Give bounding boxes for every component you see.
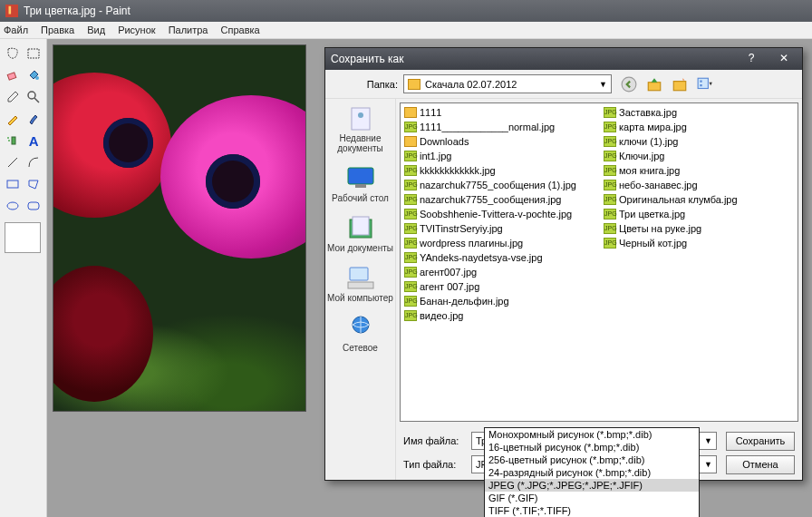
menu-image[interactable]: Рисунок [118, 24, 156, 35]
polygon-tool[interactable] [24, 174, 44, 194]
svg-rect-15 [648, 82, 661, 90]
file-list[interactable]: 1111JPG1111____________normal.jpgDownloa… [400, 102, 798, 422]
jpg-icon: JPG [404, 165, 417, 176]
fill-tool[interactable] [24, 65, 44, 85]
svg-rect-0 [5, 5, 18, 17]
menu-view[interactable]: Вид [87, 24, 105, 35]
new-folder-button[interactable] [672, 76, 688, 93]
filetype-option[interactable]: Монохромный рисунок (*.bmp;*.dib) [485, 428, 699, 441]
svg-rect-19 [700, 84, 701, 86]
svg-rect-27 [348, 282, 373, 288]
cancel-button[interactable]: Отмена [726, 455, 795, 474]
place-network[interactable]: Сетевое [325, 314, 395, 353]
file-item[interactable]: JPG1111____________normal.jpg [404, 120, 596, 134]
file-item[interactable]: JPGмоя книга.jpg [604, 163, 738, 178]
file-item[interactable]: JPGнебо-занавес.jpg [604, 178, 738, 192]
menu-edit[interactable]: Правка [41, 24, 74, 35]
filetype-option[interactable]: TIFF (*.TIF;*.TIFF) [485, 504, 699, 517]
file-item[interactable]: JPGключи (1).jpg [604, 134, 738, 149]
view-menu-button[interactable] [697, 76, 713, 93]
file-item[interactable]: JPGкарта мира.jpg [604, 120, 738, 134]
svg-point-8 [7, 137, 9, 139]
file-item[interactable]: JPGагент 007.jpg [404, 279, 596, 294]
dialog-close-button[interactable]: ✕ [771, 52, 797, 66]
airbrush-tool[interactable] [3, 131, 23, 151]
file-item[interactable]: JPGЗаставка.jpg [604, 105, 738, 120]
place-desktop[interactable]: Рабочий стол [325, 164, 395, 203]
file-item[interactable]: Downloads [404, 134, 596, 149]
menu-palette[interactable]: Палитра [169, 24, 208, 35]
file-item[interactable]: JPGnazarchuk7755_сообщения (1).jpg [404, 178, 596, 192]
file-item[interactable]: JPGwordpress плагины.jpg [404, 236, 596, 250]
svg-rect-13 [28, 202, 39, 210]
svg-rect-17 [698, 78, 708, 88]
app-titlebar: Три цветка.jpg - Paint [0, 0, 812, 22]
jpg-icon: JPG [404, 194, 417, 205]
file-item[interactable]: JPGkkkkkkkkkkkk.jpg [404, 163, 596, 178]
save-button[interactable]: Сохранить [726, 432, 795, 451]
jpg-icon: JPG [604, 180, 616, 190]
jpg-icon: JPG [404, 151, 417, 161]
place-mydocs[interactable]: Мои документы [325, 214, 395, 253]
rectangle-tool[interactable] [3, 174, 23, 194]
line-tool[interactable] [3, 152, 23, 172]
svg-point-21 [358, 112, 363, 118]
filetype-option[interactable]: GIF (*.GIF) [485, 492, 699, 504]
svg-rect-1 [9, 6, 12, 15]
dialog-titlebar[interactable]: Сохранить как ? ✕ [325, 48, 802, 70]
dialog-help-button[interactable]: ? [739, 52, 764, 66]
menu-file[interactable]: Файл [4, 24, 28, 35]
menu-help[interactable]: Справка [221, 24, 260, 35]
picker-tool[interactable] [3, 87, 23, 107]
file-item[interactable]: JPGТри цветка.jpg [604, 207, 738, 221]
file-item[interactable]: JPGSoobshhenie-Tvittera-v-pochte.jpg [404, 207, 596, 221]
jpg-icon: JPG [404, 267, 417, 278]
magnifier-tool[interactable] [24, 87, 44, 107]
up-folder-button[interactable] [646, 76, 662, 93]
file-item[interactable]: JPGЦветы на руке.jpg [604, 221, 738, 236]
jpg-icon: JPG [404, 252, 417, 263]
file-item[interactable]: JPGвидео.jpg [404, 308, 596, 323]
eraser-tool[interactable] [3, 65, 23, 85]
file-item[interactable]: JPGагент007.jpg [404, 265, 596, 279]
jpg-icon: JPG [604, 165, 616, 176]
rounded-rect-tool[interactable] [24, 196, 44, 216]
filetype-option[interactable]: 256-цветный рисунок (*.bmp;*.dib) [485, 454, 699, 466]
svg-rect-3 [7, 73, 16, 80]
place-mycomputer[interactable]: Мой компьютер [325, 264, 395, 303]
folder-combo[interactable]: Скачала 02.07.2012 ▼ [403, 74, 612, 93]
jpg-icon: JPG [404, 122, 417, 132]
back-button[interactable] [621, 76, 637, 93]
jpg-icon: JPG [404, 310, 417, 321]
filetype-option[interactable]: 24-разрядный рисунок (*.bmp;*.dib) [485, 466, 699, 479]
brush-tool[interactable] [24, 109, 44, 129]
file-item[interactable]: JPGЧерный кот.jpg [604, 236, 738, 250]
svg-rect-25 [353, 217, 369, 235]
place-recent[interactable]: Недавние документы [325, 104, 395, 153]
file-item[interactable]: JPGint1.jpg [404, 149, 596, 163]
canvas-image[interactable] [53, 44, 306, 412]
filetype-dropdown[interactable]: Монохромный рисунок (*.bmp;*.dib)16-цвет… [484, 427, 700, 517]
svg-rect-7 [12, 137, 15, 144]
svg-rect-20 [352, 108, 370, 130]
file-item[interactable]: JPGОригинальная клумба.jpg [604, 192, 738, 207]
file-item[interactable]: 1111 [404, 105, 596, 120]
ellipse-tool[interactable] [3, 196, 23, 216]
folder-label: Папка: [333, 79, 398, 90]
file-item[interactable]: JPGYAndeks-naydetsya-vse.jpg [404, 250, 596, 265]
file-item[interactable]: JPGnazarchuk7755_сообщения.jpg [404, 192, 596, 207]
filetype-option[interactable]: JPEG (*.JPG;*.JPEG;*.JPE;*.JFIF) [485, 479, 699, 492]
file-item[interactable]: JPGБанан-дельфин.jpg [404, 294, 596, 308]
pencil-tool[interactable] [3, 109, 23, 129]
filetype-option[interactable]: 16-цветный рисунок (*.bmp;*.dib) [485, 441, 699, 454]
file-item[interactable]: JPGКлючи.jpg [604, 149, 738, 163]
text-tool[interactable]: A [24, 131, 44, 151]
tool-options-box [5, 222, 41, 253]
svg-point-9 [8, 140, 10, 141]
freeform-select-tool[interactable] [3, 44, 23, 63]
file-item[interactable]: JPGTVITinstrSeryiy.jpg [404, 221, 596, 236]
rect-select-tool[interactable] [24, 44, 44, 63]
curve-tool[interactable] [24, 152, 44, 172]
jpg-icon: JPG [404, 238, 417, 249]
filetype-label: Тип файла: [403, 459, 471, 470]
